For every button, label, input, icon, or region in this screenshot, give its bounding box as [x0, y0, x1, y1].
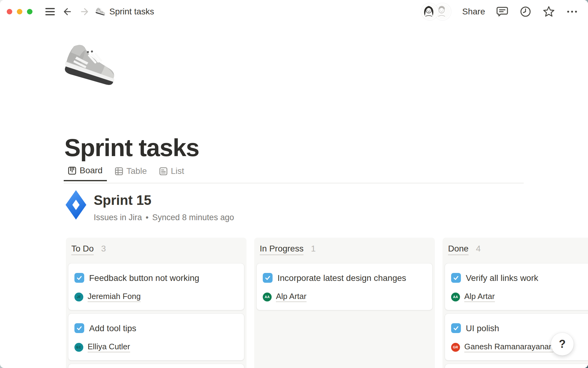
checked-checkbox[interactable] — [74, 273, 84, 283]
column-count: 4 — [476, 244, 481, 254]
assignee-avatar: AA — [263, 293, 272, 301]
tab-list-label: List — [171, 166, 184, 176]
check-icon — [76, 325, 83, 332]
card-list: Feedback button not working JF Jeremiah … — [68, 263, 244, 368]
assignee-name[interactable]: Alp Artar — [276, 292, 307, 302]
assignee-row: JF Jeremiah Fong — [74, 292, 238, 302]
notion-window: Sprint tasks — [0, 0, 588, 368]
topbar-actions: Share — [421, 0, 588, 23]
task-card[interactable] — [445, 364, 588, 368]
checked-checkbox[interactable] — [263, 273, 273, 283]
card-title: Incorporate latest design changes — [277, 273, 406, 283]
help-button[interactable]: ? — [551, 333, 574, 355]
star-icon — [543, 5, 555, 18]
assignee-name[interactable]: Jeremiah Fong — [88, 292, 141, 302]
assignee-row: AA Alp Artar — [263, 292, 426, 302]
database-header: Sprint 15 Issues in Jira • Synced 8 minu… — [66, 190, 234, 222]
assignee-avatar: AA — [451, 293, 460, 301]
card-title: Verify all links work — [466, 273, 538, 283]
tabs-divider — [64, 183, 524, 183]
database-title[interactable]: Sprint 15 — [94, 193, 234, 208]
subtitle-separator: • — [146, 213, 149, 222]
card-list: Incorporate latest design changes AA Alp… — [257, 263, 432, 310]
card-title-row: Add tool tips — [74, 322, 238, 335]
tab-list[interactable]: List — [155, 166, 189, 181]
assignee-row: EC Elliya Cutler — [74, 342, 238, 352]
assignee-row: AA Alp Artar — [451, 292, 588, 302]
checked-checkbox[interactable] — [451, 273, 461, 283]
database-source-link[interactable]: Issues in Jira — [94, 213, 142, 222]
list-view-icon — [159, 167, 168, 175]
column-header: To Do 3 — [66, 238, 247, 255]
ellipsis-icon — [566, 6, 578, 18]
table-view-icon — [115, 167, 123, 175]
assignee-name[interactable]: Ganesh Ramanarayanan — [464, 342, 553, 352]
tab-table[interactable]: Table — [111, 166, 151, 181]
sidebar-toggle-icon[interactable] — [45, 8, 55, 15]
clock-icon — [519, 6, 532, 18]
card-title-row: Incorporate latest design changes — [263, 272, 426, 284]
kanban-board: To Do 3 Feedback button not working JF J… — [66, 238, 588, 368]
assignee-avatar: GR — [451, 343, 460, 352]
column-in-progress: In Progress 1 Incorporate latest design … — [254, 238, 435, 368]
column-count: 1 — [311, 244, 316, 254]
database-subtitle: Issues in Jira • Synced 8 minutes ago — [94, 213, 234, 222]
card-title: Add tool tips — [89, 324, 136, 333]
task-card[interactable]: Feedback button not working JF Jeremiah … — [68, 263, 244, 310]
card-title: UI polish — [466, 324, 499, 333]
updates-button[interactable] — [519, 6, 532, 18]
page-sneaker-icon[interactable] — [63, 36, 121, 94]
more-options-button[interactable] — [566, 6, 578, 18]
check-icon — [76, 274, 83, 281]
task-card[interactable]: Add tool tips EC Elliya Cutler — [68, 314, 244, 360]
window-controls — [7, 9, 32, 14]
presence-avatars[interactable] — [421, 3, 451, 20]
forward-button[interactable] — [79, 6, 90, 17]
board-view-icon — [68, 167, 76, 175]
jira-logo-icon — [66, 190, 86, 220]
task-card[interactable]: Incorporate latest design changes AA Alp… — [257, 263, 432, 310]
avatar[interactable] — [421, 3, 438, 20]
minimize-window-button[interactable] — [17, 9, 22, 14]
column-count: 3 — [101, 244, 106, 254]
assignee-name[interactable]: Alp Artar — [464, 292, 495, 302]
breadcrumb-sneaker-icon — [95, 7, 106, 16]
column-name[interactable]: Done — [448, 244, 469, 255]
breadcrumb[interactable]: Sprint tasks — [109, 7, 154, 17]
task-card[interactable]: Verify all links work AA Alp Artar — [445, 263, 588, 310]
check-icon — [453, 325, 459, 332]
task-card[interactable] — [68, 364, 244, 368]
close-window-button[interactable] — [7, 9, 12, 14]
favorite-button[interactable] — [543, 6, 555, 18]
card-title-row: UI polish — [451, 322, 588, 335]
comment-icon — [496, 6, 508, 18]
checked-checkbox[interactable] — [451, 323, 461, 333]
assignee-avatar: JF — [74, 293, 83, 301]
back-button[interactable] — [62, 6, 73, 17]
tab-board[interactable]: Board — [64, 166, 107, 181]
view-tabs: Board Table List — [64, 166, 188, 181]
card-title: Feedback button not working — [89, 273, 199, 283]
share-button[interactable]: Share — [462, 7, 485, 17]
tab-table-label: Table — [126, 166, 147, 176]
page-title[interactable]: Sprint tasks — [64, 134, 199, 162]
column-to-do: To Do 3 Feedback button not working JF J… — [66, 238, 247, 368]
forward-arrow-icon — [80, 6, 90, 17]
zoom-window-button[interactable] — [27, 9, 32, 14]
tab-board-label: Board — [80, 166, 103, 175]
column-header: Done 4 — [443, 238, 588, 255]
assignee-avatar: EC — [74, 343, 83, 352]
column-name[interactable]: To Do — [71, 244, 94, 255]
column-name[interactable]: In Progress — [260, 244, 303, 255]
check-icon — [453, 274, 459, 281]
assignee-name[interactable]: Elliya Cutler — [88, 342, 130, 352]
comments-button[interactable] — [496, 6, 508, 18]
checked-checkbox[interactable] — [74, 323, 84, 333]
back-arrow-icon — [62, 6, 72, 17]
check-icon — [264, 274, 271, 281]
card-title-row: Feedback button not working — [74, 272, 238, 284]
sync-status: Synced 8 minutes ago — [152, 213, 234, 222]
topbar: Sprint tasks — [0, 0, 588, 23]
card-title-row: Verify all links work — [451, 272, 588, 284]
column-header: In Progress 1 — [254, 238, 435, 255]
